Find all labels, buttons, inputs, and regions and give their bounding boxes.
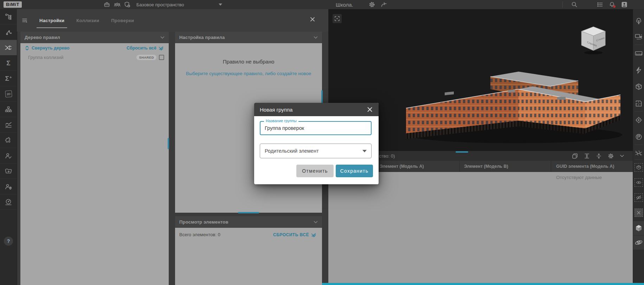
viewport-tool-clear-selection[interactable] <box>633 207 644 218</box>
selection-frames-icon <box>635 33 643 40</box>
view-cube[interactable]: Справа Слева <box>579 25 607 55</box>
sidebar-tool-plugins[interactable] <box>0 133 17 148</box>
notifications-bell-icon[interactable] <box>608 0 616 9</box>
save-button[interactable]: Сохранить <box>336 165 373 177</box>
solid-cube-icon <box>635 224 643 232</box>
cube-outline-icon <box>636 165 641 170</box>
sidebar-tool-summary-add[interactable]: Σ+ <box>0 71 17 86</box>
viewport-tool-isolate[interactable] <box>633 162 644 173</box>
column-header-model-b: Элемент (Модель B) <box>464 161 508 172</box>
chevron-down-icon[interactable] <box>314 221 318 224</box>
focus-model-button[interactable] <box>333 14 342 23</box>
sum-sigma-icon: Σ <box>6 60 10 66</box>
viewport-tool-clash-flash[interactable] <box>633 65 644 75</box>
parent-element-select[interactable]: Родительский элемент <box>260 144 372 158</box>
chevron-down-icon[interactable] <box>314 36 318 39</box>
sidebar-tool-collisions[interactable] <box>0 40 17 55</box>
rules-tree-title: Дерево правил <box>25 35 60 40</box>
plugins-puzzle-icon <box>5 137 12 144</box>
viewport-tool-orbit[interactable] <box>633 236 644 250</box>
svg-text:2: 2 <box>638 150 639 152</box>
column-header-guid: GUID элемента (Модель А) <box>556 161 614 172</box>
results-resize-handle[interactable] <box>456 151 468 153</box>
tab-collisions[interactable]: Коллизии <box>76 18 99 23</box>
modal-close-icon[interactable] <box>367 106 373 113</box>
charts-activity-icon <box>5 121 12 128</box>
tree-icon <box>635 18 642 25</box>
rule-empty-hint-link[interactable]: Выберите существующее правило, либо созд… <box>175 71 322 76</box>
briefcase-icon[interactable] <box>103 0 111 9</box>
viewport-tool-measure[interactable] <box>633 48 644 59</box>
viewport-tool-shaded-mode[interactable] <box>633 221 644 235</box>
left-toolbar: Σ Σ+ 2D ? <box>0 9 17 285</box>
table-settings-gear-icon[interactable] <box>608 153 614 159</box>
tree-panel-resize-handle[interactable] <box>168 138 169 149</box>
workspace-selector-label[interactable]: Базовое пространство <box>136 0 184 9</box>
viewport-tool-locate[interactable] <box>633 115 644 125</box>
expand-vertical-icon[interactable] <box>584 153 590 159</box>
building-model <box>402 55 627 145</box>
viewport-tool-flags[interactable] <box>633 132 644 142</box>
settings-gear-icon[interactable] <box>368 0 376 9</box>
chevron-down-icon[interactable] <box>620 154 624 158</box>
rule-settings-header: Настройка правила <box>175 32 322 43</box>
account-icon[interactable] <box>620 0 629 9</box>
elements-view-body: Всего элементов: 0 СБРОСИТЬ ВСЁ <box>175 228 322 285</box>
share-icon[interactable] <box>380 0 388 9</box>
workspace-caret-icon[interactable] <box>219 4 222 6</box>
close-icon <box>637 211 641 215</box>
sidebar-tool-user-location[interactable] <box>0 179 17 194</box>
topbar-divider <box>562 1 563 8</box>
sidebar-tool-user-check[interactable] <box>0 148 17 164</box>
modal-title: Новая группа <box>260 107 292 113</box>
sidebar-tool-summary[interactable]: Σ <box>0 55 17 71</box>
shield-user-icon[interactable] <box>123 0 131 9</box>
tab-checks[interactable]: Проверки <box>111 18 134 23</box>
list-icon[interactable] <box>596 0 604 9</box>
panel-menu-icon[interactable] <box>22 18 28 23</box>
help-button[interactable]: ? <box>4 237 13 246</box>
sidebar-tool-structure-tree[interactable] <box>0 9 17 25</box>
search-icon[interactable] <box>570 0 579 9</box>
elements-reset-all-link[interactable]: СБРОСИТЬ ВСЁ <box>273 232 316 237</box>
floor-plan-icon <box>635 100 642 107</box>
collisions-shuffle-icon <box>4 44 13 52</box>
results-count-fragment: ство: 0) <box>379 153 395 159</box>
reset-all-link[interactable]: Сбросить всё <box>127 46 164 51</box>
sidebar-tool-dashboard[interactable] <box>0 194 17 210</box>
collapse-vertical-icon[interactable] <box>596 153 602 159</box>
rule-panel-resize-handle[interactable] <box>238 212 259 213</box>
group-name-input[interactable] <box>260 121 372 135</box>
copy-icon[interactable] <box>572 153 578 159</box>
viewport-tool-show[interactable] <box>633 177 644 188</box>
viewport-bottom-accent-line <box>322 283 644 285</box>
sidebar-tool-relations[interactable] <box>0 25 17 40</box>
elements-view-panel: Просмотр элементов Всего элементов: 0 СБ… <box>175 216 322 285</box>
elements-view-header: Просмотр элементов <box>175 216 322 228</box>
viewport-tool-selection-sets[interactable] <box>633 32 644 42</box>
collision-group-row[interactable]: Группа коллизий SHARED <box>20 53 169 61</box>
collapse-tree-link[interactable]: Свернуть дерево <box>32 46 70 51</box>
sidebar-tool-folder-import[interactable] <box>0 164 17 179</box>
panel-close-icon[interactable] <box>309 16 316 22</box>
user-location-icon <box>5 183 12 191</box>
viewport-tool-environment[interactable] <box>633 16 644 27</box>
flag-circle-icon <box>635 133 642 140</box>
chevron-down-icon[interactable] <box>160 36 165 39</box>
column-divider <box>459 161 460 172</box>
shared-checkbox[interactable] <box>159 55 164 60</box>
sidebar-tool-charts[interactable] <box>0 117 17 133</box>
team-icon[interactable] <box>113 0 121 9</box>
sidebar-tool-hierarchy[interactable] <box>0 102 17 117</box>
viewport-tool-hide[interactable] <box>633 192 644 203</box>
sidebar-tool-2d-sheets[interactable]: 2D <box>0 86 17 102</box>
cancel-button[interactable]: Отменить <box>296 165 334 177</box>
viewport-tool-dimensions[interactable]: 12 <box>633 148 644 159</box>
viewport-tool-floor-plan[interactable] <box>633 98 644 109</box>
tab-settings[interactable]: Настройки <box>39 18 64 23</box>
shared-badge: SHARED <box>136 55 156 60</box>
elements-total-label: Всего элементов: 0 <box>179 232 220 237</box>
viewport-tool-section-box[interactable] <box>633 81 644 92</box>
collapse-tree-icon <box>25 46 29 51</box>
panel-tabstrip: Настройки Коллизии Проверки <box>17 9 328 32</box>
